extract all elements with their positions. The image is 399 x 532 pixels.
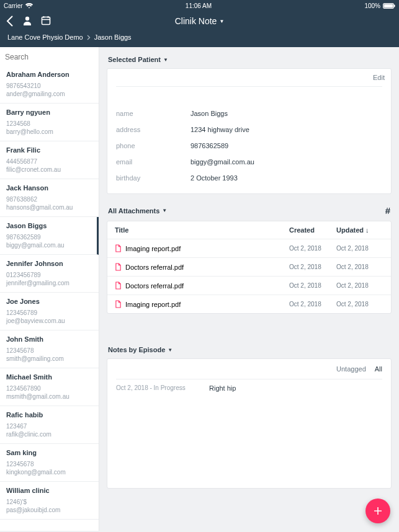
- plus-icon: [373, 506, 383, 516]
- sidebar-item-patient[interactable]: Abraham Anderson9876543210ander@gmailing…: [0, 66, 99, 104]
- col-title[interactable]: Title: [115, 226, 289, 234]
- attachment-updated: Oct 2, 2018: [336, 264, 383, 270]
- sidebar-item-patient[interactable]: Jack Hanson987638862hansons@gmail.com.au: [0, 179, 99, 217]
- sidebar-item-patient[interactable]: William clinic1246)'$pas@jakouibjd.com: [0, 482, 99, 520]
- sidebar-item-patient[interactable]: Joe Jones123456789joe@bayview.com.au: [0, 293, 99, 330]
- notes-card: Untagged All Oct 2, 2018 - In ProgressRi…: [107, 358, 392, 489]
- attachments-header[interactable]: All Attachments ▼: [108, 207, 167, 215]
- patient-name: Jack Hanson: [6, 184, 92, 192]
- patient-name: Rafic habib: [6, 411, 92, 419]
- label-phone: phone: [116, 142, 191, 149]
- attachment-updated: Oct 2, 2018: [336, 282, 383, 289]
- breadcrumb: Lane Cove Physio Demo Jason Biggs: [0, 31, 399, 47]
- patient-phone: 123467: [6, 422, 92, 430]
- patient-name: Barry ngyuen: [6, 109, 92, 116]
- attachment-row[interactable]: Doctors referral.pdfOct 2, 2018Oct 2, 20…: [107, 277, 391, 295]
- sidebar: Abraham Anderson9876543210ander@gmailing…: [0, 47, 99, 531]
- attachment-title: Imaging report.pdf: [125, 245, 181, 252]
- patient-email: jennifer@gmailing.com: [6, 279, 92, 287]
- tab-untagged[interactable]: Untagged: [336, 365, 366, 373]
- patient-phone: 9876362589: [6, 233, 91, 241]
- attachment-updated: Oct 2, 2018: [336, 245, 383, 252]
- attachment-row[interactable]: Imaging report.pdfOct 2, 2018Oct 2, 2018: [107, 295, 391, 313]
- col-updated[interactable]: Updated ↓: [336, 226, 383, 234]
- selected-patient-header[interactable]: Selected Patient ▼: [107, 53, 392, 68]
- col-created[interactable]: Created: [289, 226, 336, 234]
- attachment-title: Doctors referral.pdf: [125, 264, 184, 271]
- patient-email: pas@jakouibjd.com: [6, 506, 92, 514]
- patient-email: hansons@gmail.com.au: [6, 203, 92, 211]
- patient-name: Michael Smith: [6, 373, 92, 381]
- file-icon: [115, 244, 122, 252]
- patient-name: William clinic: [6, 487, 92, 494]
- attachment-created: Oct 2, 2018: [289, 282, 336, 289]
- attachment-created: Oct 2, 2018: [289, 245, 336, 252]
- patient-email: kingkong@gmail.com: [6, 468, 92, 476]
- patient-phone: 123456789: [6, 309, 92, 317]
- label-address: address: [116, 126, 191, 133]
- value-address: 1234 highway drive: [191, 126, 249, 133]
- patient-phone: 1246)'$: [6, 498, 92, 506]
- sidebar-item-patient[interactable]: Rafic habib123467rafik@clinic.com: [0, 406, 99, 444]
- breadcrumb-root[interactable]: Lane Cove Physio Demo: [7, 33, 83, 41]
- tab-all[interactable]: All: [375, 365, 382, 373]
- app-title[interactable]: Clinik Note ▼: [175, 16, 225, 26]
- edit-button[interactable]: Edit: [373, 74, 385, 81]
- calendar-icon[interactable]: [41, 16, 51, 25]
- sidebar-item-patient[interactable]: Barry ngyuen1234568barry@hello.com: [0, 104, 99, 141]
- carrier-label: Carrier: [4, 2, 23, 9]
- sidebar-item-patient[interactable]: Sam king12345678kingkong@gmail.com: [0, 444, 99, 482]
- attachment-row[interactable]: Imaging report.pdfOct 2, 2018Oct 2, 2018: [107, 239, 391, 258]
- patient-phone: 1234568: [6, 120, 92, 128]
- hash-icon[interactable]: #: [385, 205, 390, 216]
- label-name: name: [116, 110, 191, 117]
- wifi-icon: [25, 3, 33, 9]
- label-birthday: birthday: [116, 174, 191, 182]
- sidebar-item-patient[interactable]: Jennifer Johnson0123456789jennifer@gmail…: [0, 255, 99, 293]
- patient-name: Frank Filic: [6, 146, 92, 154]
- user-icon[interactable]: [22, 16, 32, 25]
- header: Clinik Note ▼ Lane Cove Physio Demo Jaso…: [0, 11, 399, 47]
- chevron-right-icon: [87, 35, 91, 40]
- value-email: biggy@gmail.com.au: [191, 158, 254, 166]
- patient-phone: 987638862: [6, 195, 92, 203]
- caret-down-icon: ▼: [219, 19, 224, 24]
- patient-phone: 12345678: [6, 460, 92, 468]
- note-row[interactable]: Oct 2, 2018 - In ProgressRight hip: [107, 379, 391, 397]
- note-title: Right hip: [209, 384, 236, 392]
- patient-name: Joe Jones: [6, 298, 92, 305]
- attachment-row[interactable]: Doctors referral.pdfOct 2, 2018Oct 2, 20…: [107, 258, 391, 277]
- back-icon[interactable]: [6, 16, 14, 27]
- value-name: Jason Biggs: [191, 110, 228, 117]
- value-birthday: 2 October 1993: [191, 174, 238, 182]
- sidebar-item-patient[interactable]: Jason Biggs9876362589biggy@gmail.com.au: [0, 217, 99, 255]
- patient-name: Jason Biggs: [6, 222, 91, 229]
- search-input[interactable]: [5, 53, 94, 61]
- status-time: 11:06 AM: [186, 2, 212, 9]
- attachment-title: Imaging report.pdf: [125, 301, 181, 308]
- file-icon: [115, 300, 122, 308]
- attachment-updated: Oct 2, 2018: [336, 301, 383, 308]
- patient-email: msmith@gmail.com.au: [6, 392, 92, 401]
- sidebar-item-patient[interactable]: Frank Filic444556877filic@cronet.com.au: [0, 141, 99, 179]
- notes-header[interactable]: Notes by Episode ▼: [107, 344, 392, 358]
- attachments-card: Title Created Updated ↓ Imaging report.p…: [107, 221, 392, 314]
- attachment-created: Oct 2, 2018: [289, 301, 336, 308]
- patient-phone: 9876543210: [6, 82, 92, 90]
- patient-phone: 0123456789: [6, 271, 92, 279]
- sidebar-item-patient[interactable]: Michael Smith1234567890msmith@gmail.com.…: [0, 368, 99, 406]
- selected-patient-card: Edit nameJason Biggs address1234 highway…: [107, 68, 392, 194]
- breadcrumb-current: Jason Biggs: [94, 33, 132, 41]
- value-phone: 9876362589: [191, 142, 228, 149]
- patient-name: Jennifer Johnson: [6, 260, 92, 267]
- svg-point-3: [25, 17, 29, 20]
- caret-down-icon: ▼: [168, 347, 173, 353]
- patient-name: John Smith: [6, 335, 92, 343]
- sidebar-item-patient[interactable]: John Smith12345678smith@gmailing.com: [0, 330, 99, 368]
- attachment-title: Doctors referral.pdf: [125, 282, 184, 290]
- file-icon: [115, 282, 122, 290]
- battery-icon: [383, 3, 395, 9]
- svg-rect-1: [384, 4, 393, 7]
- caret-down-icon: ▼: [162, 208, 167, 213]
- add-button[interactable]: [365, 499, 390, 523]
